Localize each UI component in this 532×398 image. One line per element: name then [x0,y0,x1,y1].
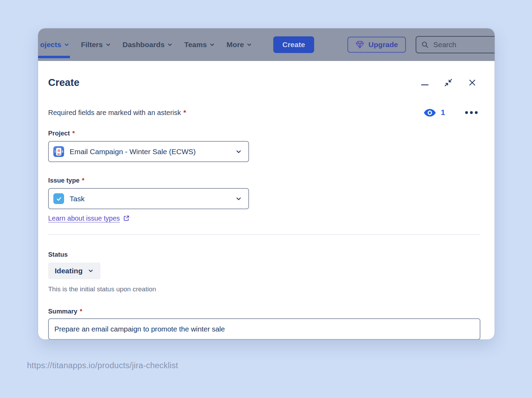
required-note: Required fields are marked with an aster… [48,109,186,117]
external-link-icon [123,215,130,222]
summary-field-label: Summary* [48,308,480,315]
upgrade-button[interactable]: Upgrade [347,37,406,53]
required-asterisk: * [80,308,82,315]
nav-item-label: Dashboards [123,41,165,49]
status-field-label: Status [48,251,480,258]
modal-header: Create [48,76,480,89]
minimize-icon[interactable] [421,83,429,87]
nav-item-dashboards[interactable]: Dashboards [123,41,172,49]
nav-item-more[interactable]: More [227,41,252,49]
active-tab-underline [38,56,70,58]
navbar-right-group: Upgrade Search [347,36,495,53]
issue-type-field-label: Issue type* [48,177,480,184]
dot [470,111,473,114]
eye-icon [424,108,436,117]
learn-about-issue-types-link[interactable]: Learn about issue types [48,214,130,222]
chevron-down-icon [247,42,252,47]
upgrade-label: Upgrade [369,41,398,49]
learn-link-label: Learn about issue types [48,214,120,222]
project-field-label: Project* [48,130,480,137]
chevron-down-icon [106,42,111,47]
create-issue-modal: Create Requi [38,61,495,339]
required-asterisk: * [82,177,85,184]
collapse-icon[interactable] [444,78,453,87]
chevron-down-icon [64,42,69,47]
nav-item-label: Filters [81,41,103,49]
close-icon[interactable] [468,78,477,87]
modal-window-controls [421,78,480,87]
chevron-down-icon [235,148,242,155]
more-actions-button[interactable] [465,111,478,114]
project-select-value: Email Campaign - Winter Sale (ECWS) [70,148,196,156]
app-window: ojects Filters Dashboards Teams More [38,28,495,339]
required-asterisk: * [184,109,186,116]
summary-input[interactable] [48,318,480,339]
navbar-create-button[interactable]: Create [273,36,314,53]
issue-type-select[interactable]: Task [48,188,249,209]
status-dropdown[interactable]: Ideating [48,263,100,279]
watch-area: 1 [424,108,480,117]
nav-item-label: ojects [40,41,61,49]
chevron-down-icon [167,42,172,47]
watch-toggle[interactable]: 1 [424,108,445,117]
modal-title: Create [48,76,79,89]
task-type-icon [53,193,64,204]
gem-icon [355,41,364,49]
nav-item-label: More [227,41,244,49]
nav-item-projects[interactable]: ojects [40,41,69,49]
project-avatar-icon [53,146,64,157]
nav-item-filters[interactable]: Filters [81,41,111,49]
search-icon [421,41,429,48]
issue-type-select-value: Task [70,195,85,203]
top-navbar: ojects Filters Dashboards Teams More [38,28,495,61]
chevron-down-icon [88,268,94,274]
project-select[interactable]: Email Campaign - Winter Sale (ECWS) [48,141,249,162]
dot [475,111,478,114]
caption-url: https://titanapps.io/products/jira-check… [27,361,178,370]
status-value: Ideating [55,267,83,275]
chevron-down-icon [235,195,242,202]
status-helper-text: This is the initial status upon creation [48,285,480,293]
required-asterisk: * [72,130,75,137]
nav-item-teams[interactable]: Teams [184,41,215,49]
dot [465,111,468,114]
search-placeholder: Search [433,41,456,49]
chevron-down-icon [210,42,215,47]
section-divider [48,234,480,235]
required-note-row: Required fields are marked with an aster… [48,107,480,118]
search-input[interactable]: Search [416,36,495,53]
watch-count: 1 [441,108,445,117]
nav-item-label: Teams [184,41,207,49]
